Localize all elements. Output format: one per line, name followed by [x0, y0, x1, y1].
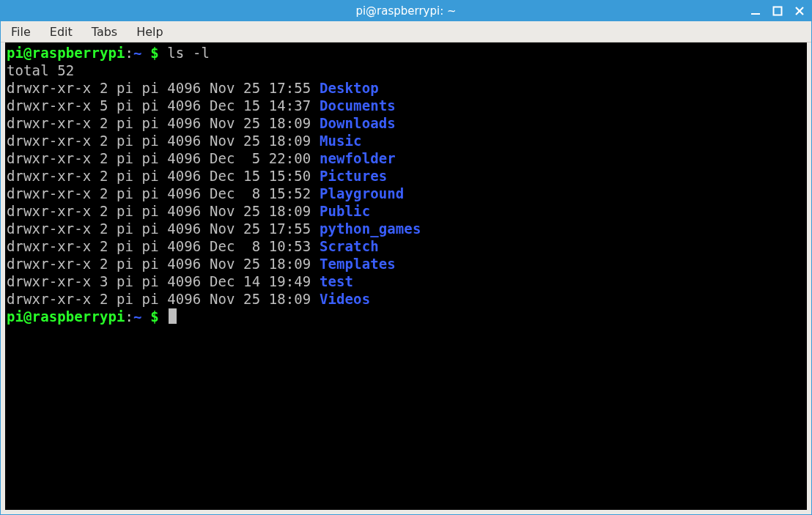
directory-name: Playground	[320, 185, 404, 201]
listing-row: drwxr-xr-x 2 pi pi 4096 Nov 25 18:09	[7, 291, 320, 307]
svg-rect-0	[751, 13, 760, 15]
menu-item-file[interactable]: File	[7, 23, 35, 40]
terminal-window: pi@raspberrypi: ~ File Edit Tabs Help pi…	[0, 0, 812, 515]
listing-row: drwxr-xr-x 2 pi pi 4096 Nov 25 18:09	[7, 133, 320, 149]
prompt-colon: :	[125, 45, 134, 61]
directory-name: Scratch	[320, 238, 379, 254]
prompt-path: ~	[133, 308, 142, 325]
prompt-path: ~	[133, 45, 142, 61]
close-button[interactable]	[792, 4, 807, 18]
listing-row: drwxr-xr-x 5 pi pi 4096 Dec 15 14:37	[7, 97, 320, 114]
listing-row: drwxr-xr-x 2 pi pi 4096 Dec 5 22:00	[7, 150, 320, 166]
terminal-viewport[interactable]: pi@raspberrypi:~ $ ls -l total 52 drwxr-…	[5, 42, 807, 510]
listing-row: drwxr-xr-x 2 pi pi 4096 Nov 25 18:09	[7, 115, 320, 131]
menu-item-help[interactable]: Help	[132, 23, 167, 40]
directory-name: Pictures	[320, 168, 387, 184]
directory-name: Desktop	[320, 80, 379, 96]
directory-name: python_games	[320, 221, 421, 237]
prompt-dollar: $	[142, 45, 168, 61]
prompt-dollar: $	[142, 308, 168, 325]
directory-name: test	[320, 273, 353, 289]
prompt-userhost: pi@raspberrypi	[7, 45, 125, 61]
maximize-button[interactable]	[770, 4, 785, 18]
listing-row: drwxr-xr-x 3 pi pi 4096 Dec 14 19:49	[7, 273, 320, 289]
listing-row: drwxr-xr-x 2 pi pi 4096 Dec 8 15:52	[7, 185, 320, 201]
listing-row: drwxr-xr-x 2 pi pi 4096 Dec 15 15:50	[7, 168, 320, 184]
listing-row: drwxr-xr-x 2 pi pi 4096 Nov 25 17:55	[7, 221, 320, 237]
directory-name: newfolder	[320, 150, 396, 166]
listing-row: drwxr-xr-x 2 pi pi 4096 Nov 25 18:09	[7, 203, 320, 219]
entered-command: ls -l	[167, 45, 210, 61]
listing-row: drwxr-xr-x 2 pi pi 4096 Dec 8 10:53	[7, 238, 320, 254]
svg-rect-1	[774, 7, 782, 15]
listing-row: drwxr-xr-x 2 pi pi 4096 Nov 25 17:55	[7, 80, 320, 96]
minimize-button[interactable]	[748, 4, 763, 18]
listing-row: drwxr-xr-x 2 pi pi 4096 Nov 25 18:09	[7, 256, 320, 272]
directory-name: Downloads	[320, 115, 396, 131]
directory-name: Public	[320, 203, 370, 219]
total-line: total 52	[7, 62, 74, 78]
directory-name: Templates	[320, 256, 396, 272]
directory-name: Documents	[320, 97, 396, 114]
menubar: File Edit Tabs Help	[1, 21, 811, 42]
menu-item-edit[interactable]: Edit	[45, 23, 77, 40]
prompt-colon: :	[125, 308, 134, 325]
directory-name: Videos	[320, 291, 370, 307]
titlebar: pi@raspberrypi: ~	[1, 1, 811, 21]
directory-name: Music	[320, 133, 362, 149]
terminal-scrollbar[interactable]	[797, 42, 807, 510]
window-title: pi@raspberrypi: ~	[1, 4, 811, 18]
menu-item-tabs[interactable]: Tabs	[87, 23, 122, 40]
window-controls	[748, 1, 807, 21]
cursor	[169, 308, 177, 324]
prompt-userhost: pi@raspberrypi	[7, 308, 125, 325]
terminal-output[interactable]: pi@raspberrypi:~ $ ls -l total 52 drwxr-…	[5, 42, 807, 327]
